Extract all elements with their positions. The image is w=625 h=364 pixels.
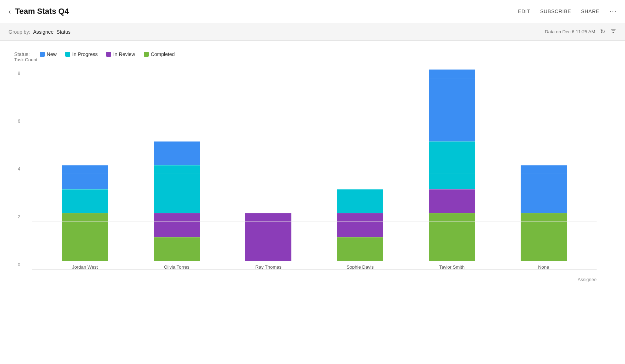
x-label-3: Sophie Davis (346, 264, 374, 270)
group-chip-assignee[interactable]: Assignee (33, 29, 54, 35)
bar-segment-in_progress-4 (429, 141, 475, 189)
bar-segment-new-5 (521, 165, 567, 213)
bar-segment-in_progress-0 (62, 189, 108, 213)
y-tick-0: 0 (18, 262, 20, 267)
bar-segment-in_review-3 (337, 213, 383, 237)
group-by-label: Group by: (9, 29, 30, 35)
chart-container: Task Count Jordan WestOlivia TorresRay T… (14, 64, 611, 284)
legend-swatch-new (40, 52, 45, 57)
legend: Status: New In Progress In Review Comple… (14, 51, 611, 57)
stacked-bar-0 (62, 165, 108, 261)
edit-button[interactable]: EDIT (518, 9, 530, 14)
toolbar-left: Group by: Assignee Status (9, 29, 71, 35)
x-label-5: None (538, 264, 549, 270)
bar-group-5: None (521, 165, 567, 270)
bar-group-4: Taylor Smith (429, 69, 475, 270)
legend-label: Status: (14, 51, 30, 57)
grid-line-6 (32, 126, 597, 126)
legend-text-new: New (47, 51, 57, 57)
header-left: ‹ Team Stats Q4 (9, 7, 69, 16)
x-label-2: Ray Thomas (256, 264, 281, 270)
toolbar-right: Data on Dec 6 11:25 AM ↻ (545, 28, 616, 36)
x-label-4: Taylor Smith (439, 264, 465, 270)
bar-group-1: Olivia Torres (154, 141, 200, 270)
grid-line-8 (32, 78, 597, 78)
grid-line-0 (32, 269, 597, 270)
stacked-bar-2 (245, 213, 291, 261)
bar-segment-completed-3 (337, 237, 383, 261)
share-button[interactable]: SHARE (581, 9, 599, 14)
stacked-bar-4 (429, 69, 475, 261)
legend-item-in-review: In Review (106, 51, 135, 57)
legend-item-in-progress: In Progress (65, 51, 98, 57)
data-info-text: Data on Dec 6 11:25 AM (545, 29, 595, 34)
legend-item-completed: Completed (144, 51, 175, 57)
legend-text-in-progress: In Progress (72, 51, 98, 57)
bar-segment-new-4 (429, 69, 475, 141)
bar-segment-completed-4 (429, 213, 475, 261)
header-right: EDIT SUBSCRIBE SHARE ⋯ (518, 7, 616, 16)
y-tick-4: 4 (18, 166, 20, 172)
grid-line-4 (32, 174, 597, 174)
y-tick-2: 2 (18, 214, 20, 219)
bar-segment-in_review-1 (154, 213, 200, 237)
filter-icon[interactable] (610, 28, 616, 36)
bar-segment-in_review-2 (245, 213, 291, 261)
bar-segment-in_progress-3 (337, 189, 383, 213)
legend-swatch-completed (144, 52, 149, 57)
bar-segment-in_progress-1 (154, 165, 200, 213)
bars-container: Jordan WestOlivia TorresRay ThomasSophie… (32, 64, 597, 270)
x-label-1: Olivia Torres (164, 264, 190, 270)
bar-segment-completed-5 (521, 213, 567, 261)
bar-segment-new-0 (62, 165, 108, 189)
y-tick-6: 6 (18, 118, 20, 124)
legend-swatch-in-review (106, 52, 111, 57)
bar-segment-new-1 (154, 141, 200, 166)
bar-segment-completed-0 (62, 213, 108, 261)
chart-area: Status: New In Progress In Review Comple… (0, 41, 625, 291)
x-label-0: Jordan West (72, 264, 98, 270)
toolbar: Group by: Assignee Status Data on Dec 6 … (0, 23, 625, 41)
refresh-icon[interactable]: ↻ (600, 28, 605, 35)
bar-segment-in_review-4 (429, 189, 475, 213)
legend-text-completed: Completed (151, 51, 175, 57)
legend-text-in-review: In Review (113, 51, 135, 57)
grid-line-2 (32, 222, 597, 222)
stacked-bar-1 (154, 141, 200, 261)
stacked-bar-3 (337, 189, 383, 261)
bar-group-3: Sophie Davis (337, 189, 383, 270)
back-icon[interactable]: ‹ (9, 7, 11, 16)
chart-inner: Jordan WestOlivia TorresRay ThomasSophie… (32, 64, 597, 270)
legend-swatch-in-progress (65, 52, 70, 57)
y-tick-8: 8 (18, 71, 20, 76)
legend-item-new: New (40, 51, 57, 57)
x-axis-label: Assignee (578, 277, 597, 282)
header: ‹ Team Stats Q4 EDIT SUBSCRIBE SHARE ⋯ (0, 0, 625, 23)
more-icon[interactable]: ⋯ (609, 7, 616, 16)
bar-segment-completed-1 (154, 237, 200, 261)
group-chip-status[interactable]: Status (56, 29, 71, 35)
subscribe-button[interactable]: SUBSCRIBE (540, 9, 571, 14)
stacked-bar-5 (521, 165, 567, 261)
bar-group-0: Jordan West (62, 165, 108, 270)
page-title: Team Stats Q4 (15, 7, 69, 16)
y-axis-label: Task Count (14, 57, 37, 62)
